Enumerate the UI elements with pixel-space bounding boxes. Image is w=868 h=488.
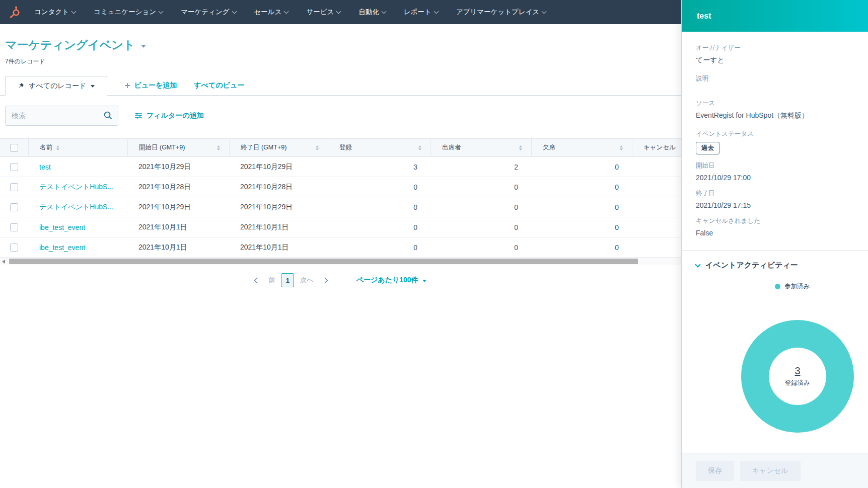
- hubspot-logo[interactable]: [7, 5, 22, 20]
- column-header-name[interactable]: 名前: [28, 139, 127, 156]
- search-input[interactable]: [5, 106, 118, 126]
- event-name-link[interactable]: test: [39, 163, 51, 171]
- column-header-start[interactable]: 開始日 (GMT+9): [127, 139, 229, 156]
- donut-center-value[interactable]: 3: [794, 365, 800, 377]
- start-date-cell: 2021年10月28日: [127, 183, 229, 192]
- sort-icon[interactable]: [418, 145, 421, 150]
- organizer-label: オーガナイザー: [696, 44, 854, 52]
- panel-footer: 保存 キャンセル: [682, 453, 868, 488]
- cancel-button[interactable]: キャンセル: [740, 461, 801, 481]
- scrollbar-left-arrow-icon[interactable]: [2, 260, 5, 264]
- tab-all-records[interactable]: すべてのレコード: [5, 76, 107, 96]
- horizontal-scrollbar[interactable]: [0, 258, 681, 265]
- event-name-link[interactable]: テストイベントHubS...: [39, 203, 113, 211]
- table-row[interactable]: テストイベントHubS... 2021年10月28日 2021年10月28日 0…: [0, 177, 681, 197]
- nav-item-reports[interactable]: レポート: [404, 8, 438, 17]
- nav-item-automation[interactable]: 自動化: [358, 8, 386, 17]
- chevron-down-icon: [71, 9, 77, 14]
- column-header-noshow[interactable]: 欠席: [531, 139, 632, 156]
- end-date-cell: 2021年10月1日: [229, 243, 328, 252]
- nav-item-label: コンタクト: [34, 8, 69, 17]
- table-row[interactable]: ibe_test_event 2021年10月1日 2021年10月1日 0 0…: [0, 217, 681, 237]
- table-row[interactable]: テストイベントHubS... 2021年10月29日 2021年10月29日 0…: [0, 197, 681, 217]
- chevron-down-icon: [695, 262, 700, 267]
- registered-cell: 0: [328, 183, 430, 191]
- nav-item-label: サービス: [306, 8, 334, 17]
- noshow-cell: 0: [531, 203, 632, 211]
- add-filter-link[interactable]: フィルターの追加: [134, 111, 204, 120]
- filter-icon: [134, 112, 142, 119]
- column-header-cancelled[interactable]: キャンセル: [632, 139, 681, 156]
- activity-section-title: イベントアクティビティー: [705, 261, 798, 270]
- search-icon[interactable]: [103, 111, 113, 120]
- noshow-cell: 0: [531, 243, 632, 252]
- column-label: キャンセル: [643, 143, 676, 152]
- chevron-down-icon: [336, 9, 341, 14]
- prev-page-button[interactable]: 前: [268, 276, 275, 285]
- row-checkbox[interactable]: [10, 183, 18, 191]
- cancelled-label: キャンセルされました: [696, 217, 854, 225]
- start-date-label: 開始日: [696, 161, 854, 170]
- nav-item-service[interactable]: サービス: [306, 8, 340, 17]
- row-checkbox[interactable]: [10, 243, 18, 252]
- column-header-registered[interactable]: 登録: [328, 139, 430, 156]
- cancelled-value: False: [696, 229, 854, 237]
- add-view-link[interactable]: ビューを追加: [124, 81, 177, 90]
- chevron-down-icon: [284, 9, 289, 14]
- nav-item-label: アプリマーケットプレイス: [456, 8, 539, 17]
- sort-icon[interactable]: [56, 145, 59, 150]
- select-all-checkbox[interactable]: [10, 144, 18, 152]
- end-date-value: 2021/10/29 17:15: [696, 201, 854, 209]
- column-label: 名前: [40, 143, 52, 152]
- legend-dot-icon: [775, 284, 780, 289]
- event-name-link[interactable]: ibe_test_event: [39, 223, 85, 231]
- end-date-cell: 2021年10月29日: [229, 203, 328, 212]
- donut-chart[interactable]: 3 登録済み: [741, 320, 854, 433]
- save-button[interactable]: 保存: [696, 461, 734, 481]
- sort-icon[interactable]: [620, 145, 623, 150]
- panel-divider: [682, 250, 868, 251]
- title-caret-icon[interactable]: [141, 45, 146, 48]
- chevron-down-icon: [542, 9, 547, 14]
- add-filter-label: フィルターの追加: [147, 111, 204, 120]
- prev-page-chevron-icon[interactable]: [254, 277, 260, 284]
- activity-section-toggle[interactable]: イベントアクティビティー: [696, 261, 854, 270]
- page-size-caret-icon: [422, 280, 426, 282]
- event-name-link[interactable]: テストイベントHubS...: [39, 183, 113, 191]
- next-page-button[interactable]: 次へ: [300, 276, 313, 285]
- row-checkbox[interactable]: [10, 223, 18, 231]
- attended-cell: 0: [430, 223, 531, 231]
- column-header-end[interactable]: 終了日 (GMT+9): [229, 139, 328, 156]
- event-name-link[interactable]: ibe_test_event: [39, 243, 85, 252]
- nav-item-communication[interactable]: コミュニケーション: [94, 8, 163, 17]
- row-checkbox[interactable]: [10, 203, 18, 211]
- start-date-cell: 2021年10月29日: [127, 162, 229, 172]
- column-header-attended[interactable]: 出席者: [430, 139, 531, 156]
- page-size-select[interactable]: ページあたり100件: [356, 276, 426, 285]
- nav-item-contacts[interactable]: コンタクト: [34, 8, 76, 17]
- attended-cell: 0: [430, 203, 531, 211]
- nav-item-app-marketplace[interactable]: アプリマーケットプレイス: [456, 8, 546, 17]
- panel-title: test: [697, 12, 711, 21]
- row-checkbox[interactable]: [10, 163, 18, 171]
- tab-caret-icon: [91, 85, 95, 88]
- scrollbar-thumb[interactable]: [9, 259, 638, 264]
- sort-icon[interactable]: [217, 145, 220, 150]
- sort-icon[interactable]: [519, 145, 522, 150]
- table-row[interactable]: ibe_test_event 2021年10月1日 2021年10月1日 0 0…: [0, 237, 681, 258]
- donut-center-label: 登録済み: [785, 379, 810, 387]
- source-label: ソース: [696, 99, 854, 108]
- table-row[interactable]: test 2021年10月29日 2021年10月29日 3 2 0: [0, 157, 681, 177]
- next-page-chevron-icon[interactable]: [322, 277, 328, 284]
- nav-item-sales[interactable]: セールス: [254, 8, 288, 17]
- chevron-down-icon: [433, 9, 439, 14]
- plus-icon: [124, 83, 130, 89]
- sort-icon[interactable]: [316, 145, 319, 150]
- current-page-number[interactable]: 1: [281, 273, 294, 287]
- start-date-cell: 2021年10月1日: [127, 243, 229, 252]
- nav-item-marketing[interactable]: マーケティング: [181, 8, 236, 17]
- all-views-link[interactable]: すべてのビュー: [194, 81, 244, 90]
- start-date-cell: 2021年10月1日: [127, 223, 229, 232]
- event-detail-panel: test オーガナイザー てーすと 説明 ソース EventRegist for…: [681, 0, 868, 488]
- column-label: 欠席: [543, 143, 555, 152]
